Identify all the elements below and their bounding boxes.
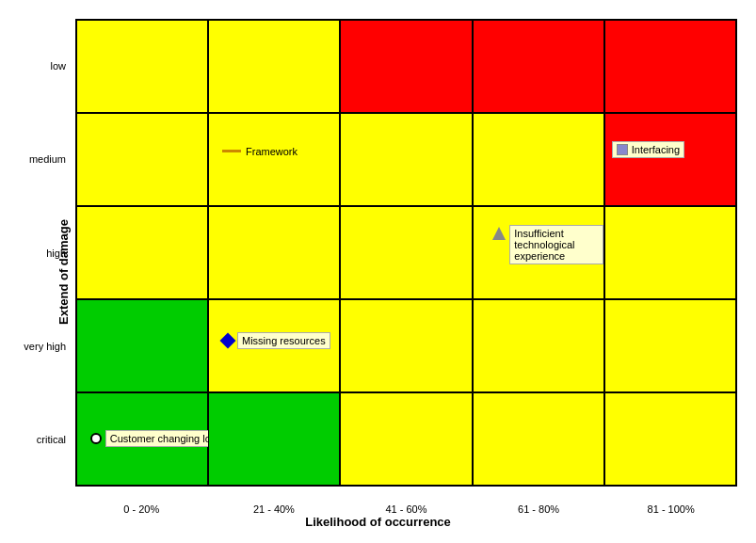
cell-r4-c3 <box>340 113 472 206</box>
interfacing-label-box: Interfacing <box>612 141 684 158</box>
cell-r3-c1 <box>76 206 208 299</box>
cell-r2-c1 <box>76 299 208 392</box>
cell-r1-c3 <box>340 392 472 486</box>
x-label-21-40: 21 - 40% <box>208 503 341 515</box>
cell-r5-c4 <box>473 20 604 113</box>
risk-matrix-grid: Framework Interfacing I <box>75 19 737 487</box>
missing-resources-icon <box>220 332 236 348</box>
y-label-critical: critical <box>37 393 71 487</box>
cell-r3-c5 <box>604 206 736 299</box>
cell-r4-c1 <box>76 113 208 206</box>
cell-r1-c5 <box>604 392 736 486</box>
insufficient-tech-point: Insufficient technological experience <box>492 225 603 264</box>
cell-r1-c4 <box>473 392 604 486</box>
x-label-41-60: 41 - 60% <box>340 503 473 515</box>
y-label-high: high <box>46 206 71 299</box>
cell-r4-c2: Framework <box>208 113 340 206</box>
cell-r3-c4: Insufficient technological experience <box>473 206 604 299</box>
framework-legend-label: Framework <box>246 146 298 157</box>
y-label-low: low <box>50 19 71 112</box>
x-label-61-80: 61 - 80% <box>473 503 605 515</box>
x-axis-label: Likelihood of occurrence <box>305 515 451 529</box>
interfacing-label-text: Interfacing <box>632 144 680 155</box>
cell-r3-c2 <box>208 206 340 299</box>
cell-r2-c5 <box>604 299 736 392</box>
customer-changing-icon <box>90 433 102 444</box>
cell-r1-c2 <box>208 392 340 486</box>
x-label-0-20: 0 - 20% <box>75 503 208 515</box>
y-label-very-high: very high <box>24 299 71 392</box>
missing-resources-point: Missing resources <box>222 332 330 349</box>
x-axis-labels: 0 - 20% 21 - 40% 41 - 60% 61 - 80% 81 - … <box>75 503 737 515</box>
cell-r5-c2 <box>208 20 340 113</box>
cell-r2-c4 <box>473 299 604 392</box>
y-axis-labels: critical very high high medium low <box>24 19 71 487</box>
missing-resources-label: Missing resources <box>237 332 330 349</box>
chart-container: Extend of damage critical very high high… <box>0 0 756 543</box>
insufficient-tech-label: Insufficient technological experience <box>509 225 603 264</box>
cell-r2-c2: Missing resources <box>208 299 340 392</box>
cell-r2-c3 <box>340 299 472 392</box>
cell-r1-c1: Customer changing locations <box>76 392 208 486</box>
insufficient-tech-icon <box>492 227 506 240</box>
cell-r5-c1 <box>76 20 208 113</box>
framework-legend: Framework <box>222 146 298 157</box>
x-label-81-100: 81 - 100% <box>604 503 737 515</box>
y-label-medium: medium <box>29 112 71 205</box>
cell-r5-c3 <box>340 20 472 113</box>
cell-r5-c5 <box>604 20 736 113</box>
cell-r4-c4 <box>473 113 604 206</box>
cell-r4-c5: Interfacing <box>604 113 736 206</box>
framework-legend-line <box>222 150 241 152</box>
interfacing-icon <box>617 144 628 155</box>
cell-r3-c3 <box>340 206 472 299</box>
